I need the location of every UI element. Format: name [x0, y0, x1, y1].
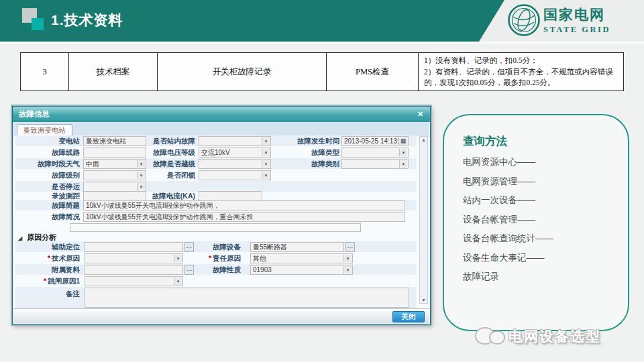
device-field[interactable]: 曼55断路器 — [250, 242, 344, 252]
dialog-tabstrip: 曼致洲变电站 — [13, 122, 429, 137]
nature-label: 故障性质 — [187, 265, 241, 275]
fault-brief-value: 10kV小坡线曼55开关电流II段保护动作跳闸，重合闸未投 — [86, 213, 253, 221]
outage-select[interactable]: ▾ — [83, 182, 146, 192]
dropdown-arrow-icon[interactable]: ▾ — [262, 172, 270, 179]
cell-category: 技术档案 — [69, 53, 158, 91]
fault-title-value: 10kV小坡线曼55开关电流II段保护动作跳闸， — [86, 202, 219, 209]
cell-criteria: 1）没有资料、记录的，扣0.5分； 2）有资料、记录的，但项目不齐全，不规范或内… — [419, 53, 624, 91]
class-select[interactable]: ▾ — [341, 159, 409, 169]
device-browse-button[interactable]: … — [345, 242, 355, 252]
dropdown-arrow-icon[interactable]: ▾ — [399, 160, 407, 168]
cell-method: PMS检查 — [327, 53, 419, 91]
section-title: 原因分析 — [27, 233, 56, 241]
aux-label: 辅助定位 — [26, 242, 80, 252]
required-mark: * — [48, 254, 50, 262]
list-item: 设备台帐管理—— — [463, 210, 553, 230]
distance-label: 录波测距 — [26, 191, 80, 201]
current-field[interactable] — [199, 191, 262, 201]
device-label: 故障设备 — [187, 242, 241, 252]
dropdown-arrow-icon[interactable]: ▾ — [174, 255, 182, 262]
criteria-table: 3 技术档案 开关柜故障记录 PMS检查 1）没有资料、记录的，扣0.5分； 2… — [20, 52, 624, 91]
cell-item: 开关柜故障记录 — [158, 53, 327, 91]
resp-cause-select[interactable]: 其他 ▾ — [250, 253, 353, 263]
tech-cause-select[interactable]: ▾ — [85, 253, 183, 263]
tech-cause-label: *技术原因 — [26, 253, 80, 263]
dialog-title: 故障信息 — [19, 110, 50, 118]
panel-list: 电网资源中心—— 电网资源管理—— 站内一次设备—— 设备台帐管理—— 设备台帐… — [463, 153, 553, 287]
wechat-icon — [489, 330, 505, 345]
line-label: 故障线路 — [26, 147, 80, 158]
dropdown-arrow-icon[interactable]: ▾ — [174, 278, 182, 285]
trip-cause-label: *跳闸原因1 — [26, 276, 80, 286]
time-field[interactable]: 2013-05-25 14:13:5 ▦ — [341, 136, 409, 146]
vertical-scrollbar[interactable]: ▲ ▼ — [419, 136, 428, 304]
deco-square-teal — [32, 18, 44, 30]
close-button[interactable]: 关闭 — [392, 311, 425, 322]
remark-label: 备注 — [26, 289, 80, 299]
voltage-label: 故障电压等级 — [133, 147, 195, 158]
header-divider — [0, 42, 644, 44]
level-label: 故障级别 — [26, 170, 80, 180]
query-method-panel: 查询方法 电网资源中心—— 电网资源管理—— 站内一次设备—— 设备台帐管理——… — [443, 114, 629, 331]
dialog-footer: 关闭 — [13, 308, 429, 323]
fault-title-label: 故障简题 — [26, 200, 80, 210]
type-label: 故障类型 — [278, 147, 339, 158]
scroll-down-icon[interactable]: ▼ — [420, 298, 427, 302]
fault-brief-field[interactable]: 10kV小坡线曼55开关电流II段保护动作跳闸，重合闸未投 — [83, 212, 405, 222]
dropdown-arrow-icon[interactable]: ▾ — [137, 183, 145, 190]
watermark-text: 电网设备选型 — [508, 327, 601, 346]
close-icon[interactable]: ✕ — [415, 109, 425, 119]
list-item: 故障记录 — [463, 267, 553, 287]
trip-cause-select[interactable]: ▾ — [85, 276, 183, 286]
dropdown-arrow-icon[interactable]: ▾ — [399, 149, 407, 156]
attach-field[interactable] — [85, 265, 183, 275]
list-item: 设备台帐查询统计—— — [463, 229, 553, 249]
state-grid-emblem-icon — [507, 3, 541, 37]
insite-select[interactable]: ▾ — [199, 136, 271, 146]
current-label: 故障电流(KA) — [133, 191, 195, 201]
cell-no: 3 — [21, 53, 69, 91]
type-select[interactable]: ▾ — [341, 147, 409, 158]
time-value: 2013-05-25 14:13:5 — [344, 137, 402, 145]
required-mark: * — [44, 277, 46, 285]
dropdown-arrow-icon[interactable]: ▾ — [343, 255, 352, 262]
aux-field[interactable] — [85, 242, 183, 252]
dropdown-arrow-icon[interactable]: ▾ — [262, 149, 270, 156]
fault-title-field[interactable]: 10kV小坡线曼55开关电流II段保护动作跳闸， — [83, 200, 405, 210]
nature-value: 01903 — [253, 266, 272, 274]
nature-select[interactable]: 01903 ▾ — [250, 265, 353, 275]
state-grid-logo: 国家电网 STATE GRID — [470, 0, 644, 42]
slide-header: 1.技术资料 国家电网 STATE GRID — [0, 0, 644, 42]
list-item: 设备生命大事记—— — [463, 249, 553, 268]
dropdown-arrow-icon[interactable]: ▾ — [343, 266, 352, 274]
list-item: 电网资源中心—— — [463, 153, 553, 172]
insite-label: 是否站内故障 — [133, 136, 195, 146]
overstep-select[interactable]: ▾ — [199, 159, 271, 169]
fault-brief-label: 故障简况 — [26, 212, 80, 222]
section-header[interactable]: ◢ 原因分析 — [18, 233, 56, 243]
time-label: 故障发生时间 — [278, 136, 339, 146]
required-mark: * — [209, 254, 211, 262]
dialog-titlebar[interactable]: 故障信息 ✕ — [13, 107, 430, 122]
station-label: 变电站 — [26, 136, 80, 146]
device-value: 曼55断路器 — [253, 243, 287, 251]
section-collapse-icon[interactable]: ◢ — [18, 235, 22, 241]
resp-cause-label: *责任原因 — [187, 253, 241, 263]
voltage-select[interactable]: 交流10kV ▾ — [199, 147, 271, 158]
logo-text-en: STATE GRID — [543, 25, 610, 35]
empty-bar — [70, 223, 361, 232]
list-item: 电网资源管理—— — [463, 172, 553, 192]
calendar-icon[interactable]: ▦ — [398, 137, 407, 145]
dropdown-arrow-icon[interactable]: ▾ — [262, 160, 270, 168]
outage-label: 是否停运 — [26, 182, 80, 192]
scroll-up-icon[interactable]: ▲ — [420, 137, 427, 142]
fault-info-dialog: 故障信息 ✕ 曼致洲变电站 变电站 故障线路 故障时段天气 故障级别 是否停运 … — [12, 106, 431, 324]
list-item: 站内一次设备—— — [463, 191, 553, 210]
lock-label: 是否闭锁 — [133, 170, 195, 180]
table-row: 3 技术档案 开关柜故障记录 PMS检查 1）没有资料、记录的，扣0.5分； 2… — [21, 53, 624, 91]
remark-textarea[interactable] — [85, 288, 409, 308]
dropdown-arrow-icon[interactable]: ▾ — [262, 137, 270, 145]
logo-text-cn: 国家电网 — [543, 5, 610, 24]
lock-select[interactable]: ▾ — [199, 170, 271, 180]
class-label: 故障类别 — [278, 159, 339, 169]
